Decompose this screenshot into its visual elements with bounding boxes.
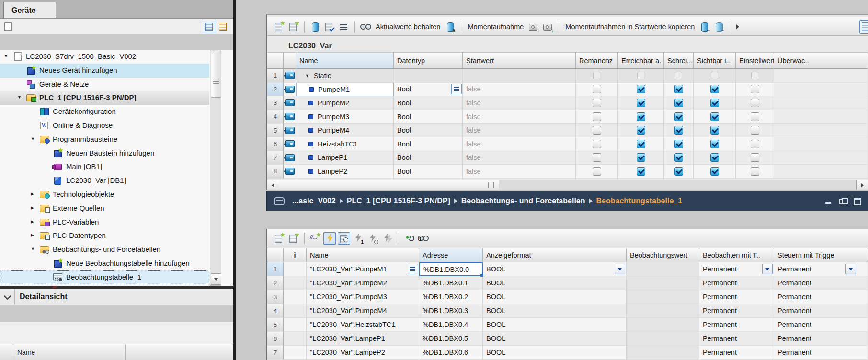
watch-cell-address[interactable]: %DB1.DBX0.0 — [419, 262, 483, 276]
db-row-pumpem2[interactable]: 3PumpeM2Boolfalse — [267, 96, 868, 110]
datatype-browse-button[interactable] — [451, 84, 462, 94]
watch-row-5[interactable]: 5"LC2030_Var".HeizstabTC1%DB1.DBX0.4BOOL… — [267, 318, 868, 332]
db-col-datentyp[interactable]: Datentyp — [394, 52, 463, 69]
db-cell-name[interactable]: LampeP1 — [296, 151, 394, 165]
scrollbar-thumb[interactable] — [279, 180, 499, 190]
db-cell-ueberwachung[interactable] — [774, 83, 868, 97]
update-interface-icon[interactable] — [323, 21, 336, 33]
breadcrumb-item-beobachtungstabelle-1[interactable]: Beobachtungstabelle_1 — [596, 197, 683, 205]
watch-cell-monitorwith[interactable]: Permanent — [699, 276, 774, 290]
detail-view-header[interactable]: Detailansicht — [0, 289, 233, 305]
tree-view-toggle-icon[interactable] — [3, 21, 15, 33]
db-row-pumpem4[interactable]: 5PumpeM4Boolfalse — [267, 124, 868, 137]
checkbox-einstellwert[interactable] — [751, 99, 759, 107]
watch-cell-monitorwith[interactable]: Permanent — [699, 346, 774, 360]
insert-comment-line-icon[interactable] — [309, 232, 321, 245]
db-cell-startvalue[interactable]: false — [463, 110, 576, 124]
db-cell-datatype[interactable]: Bool — [394, 137, 463, 151]
checkbox-einstellwert[interactable] — [751, 112, 759, 121]
checkbox-schreibbar[interactable] — [674, 126, 683, 135]
watch-cell-name[interactable]: "LC2030_Var".PumpeM2 — [307, 276, 419, 290]
watch-cell-monitorwith[interactable]: Permanent — [699, 304, 774, 318]
tree-item-plc-1-cpu-1516f-3-pn-dp[interactable]: ▼PLC_1 [CPU 1516F-3 PN/DP] — [0, 91, 209, 105]
watch-cell-name[interactable]: "LC2030_Var".PumpeM4 — [307, 304, 419, 318]
db-col-name[interactable]: Name — [296, 52, 394, 69]
checkbox-sichtbar[interactable] — [710, 126, 719, 135]
scroll-right-button[interactable] — [856, 180, 868, 190]
breadcrumb-item-plc-1-cpu-1516f-3-pn-dp[interactable]: PLC_1 [CPU 1516F-3 PN/DP] — [347, 197, 450, 205]
db-cell-name[interactable]: HeizstabTC1 — [296, 137, 394, 151]
tree-item-technologieobjekte[interactable]: ▶Technologieobjekte — [0, 188, 209, 202]
monitor-with-trigger-icon[interactable] — [338, 232, 350, 245]
expand-icon[interactable]: ▶ — [31, 220, 34, 224]
checkbox-erreichbar[interactable] — [637, 99, 645, 107]
watch-cell-address[interactable]: %DB1.DBX0.3 — [419, 304, 483, 318]
watch-cell-controlwith[interactable]: Permanent — [774, 276, 868, 290]
copy-snapshots-label[interactable]: Momentaufnahmen in Startwerte kopieren — [565, 23, 695, 31]
control-immediately-icon[interactable] — [381, 232, 393, 245]
watch-col-i[interactable]: i — [284, 248, 307, 262]
checkbox-schreibbar[interactable] — [674, 99, 683, 107]
db-horizontal-scrollbar[interactable] — [267, 180, 868, 190]
watch-cell-controlwith[interactable]: Permanent — [774, 332, 868, 346]
splitter-handle[interactable] — [53, 286, 57, 288]
monitor-with-dropdown-button[interactable] — [762, 264, 773, 274]
db-col-startwert[interactable]: Startwert — [463, 52, 576, 69]
detail-col-spacer[interactable] — [0, 344, 13, 360]
monitor-once-glasses-icon[interactable] — [417, 232, 429, 245]
db-cell-name[interactable]: PumpeM2 — [296, 96, 394, 110]
tree-item-plc-datentypen[interactable]: ▶PLC-Datentypen — [0, 229, 209, 243]
keep-actual-values-icon[interactable] — [309, 21, 321, 33]
watch-cell-controlwith[interactable]: Permanent — [774, 346, 868, 360]
tree-scrollbar[interactable] — [210, 50, 221, 286]
db-cell-startvalue[interactable] — [463, 69, 576, 83]
watch-cell-monitorwith[interactable]: Permanent — [699, 318, 774, 332]
control-with-trigger-icon[interactable] — [366, 232, 379, 245]
checkbox-schreibbar[interactable] — [674, 112, 683, 121]
checkbox-erreichbar[interactable] — [637, 167, 645, 176]
watch-cell-displayformat[interactable]: BOOL — [483, 276, 627, 290]
db-row-pumpem3[interactable]: 4PumpeM3Boolfalse — [267, 110, 868, 124]
checkbox-schreibbar[interactable] — [674, 167, 683, 176]
watch-row-7[interactable]: 7"LC2030_Var".LampeP2%DB1.DBX0.6BOOLPerm… — [267, 346, 868, 360]
db-cell-startvalue[interactable]: false — [463, 96, 576, 110]
watch-col-steuern-mit-trigge[interactable]: Steuern mit Trigge — [774, 248, 868, 262]
name-browse-button[interactable] — [408, 264, 418, 274]
monitor-all-toggle-icon[interactable] — [323, 232, 336, 245]
db-col-schrei[interactable]: Schrei... — [664, 52, 694, 69]
load-without-reinit-icon[interactable] — [444, 21, 457, 33]
collapse-icon[interactable]: ▼ — [31, 137, 35, 141]
db-col-sichtbar-i[interactable]: Sichtbar i... — [694, 52, 736, 69]
snapshot-label[interactable]: Momentaufnahme — [468, 23, 524, 31]
watch-cell-address[interactable]: %DB1.DBX0.1 — [419, 276, 483, 290]
tree-item-main-ob1[interactable]: Main [OB1] — [0, 160, 209, 174]
detail-col-extra[interactable] — [126, 344, 233, 360]
watch-cell-name[interactable]: "LC2030_Var".PumpeM3 — [307, 290, 419, 304]
db-cell-ueberwachung[interactable] — [774, 165, 868, 179]
copy-all-snapshots-to-start-icon[interactable] — [713, 21, 725, 33]
db-cell-datatype[interactable]: Bool — [394, 124, 463, 137]
watch-cell-controlwith[interactable]: Permanent — [774, 318, 868, 332]
checkbox-sichtbar[interactable] — [710, 112, 719, 121]
db-cell-datatype[interactable] — [394, 69, 463, 83]
watch-cell-displayformat[interactable]: BOOL — [483, 304, 627, 318]
tree-item-lc2030-var-db1[interactable]: LC2030_Var [DB1] — [0, 174, 209, 188]
watch-row-6[interactable]: 6"LC2030_Var".LampeP1%DB1.DBX0.5BOOLPerm… — [267, 332, 868, 346]
watch-row-1[interactable]: 1"LC2030_Var".PumpeM1%DB1.DBX0.0BOOLPerm… — [267, 262, 868, 276]
db-cell-startvalue[interactable]: false — [463, 124, 576, 137]
checkbox-sichtbar[interactable] — [710, 85, 719, 93]
watch-cell-address[interactable]: %DB1.DBX0.6 — [419, 346, 483, 360]
watch-cell-name[interactable]: "LC2030_Var".PumpeM1 — [307, 262, 419, 276]
checkbox-sichtbar[interactable] — [710, 140, 719, 148]
tree-item-externe-quellen[interactable]: ▶Externe Quellen — [0, 202, 209, 215]
breadcrumb-item-asic-v002[interactable]: ...asic_V002 — [292, 197, 336, 205]
watch-col-name[interactable]: Name — [307, 248, 419, 262]
watch-cell-displayformat[interactable]: BOOL — [483, 346, 627, 360]
toolbar-overflow-icon[interactable] — [736, 24, 739, 29]
checkbox-einstellwert[interactable] — [751, 126, 759, 135]
db-cell-ueberwachung[interactable] — [774, 96, 868, 110]
watch-cell-controlwith[interactable]: Permanent — [774, 304, 868, 318]
db-col-remanenz[interactable]: Remanenz — [576, 52, 618, 69]
expand-icon[interactable]: ▶ — [31, 192, 34, 196]
db-cell-ueberwachung[interactable] — [774, 151, 868, 165]
